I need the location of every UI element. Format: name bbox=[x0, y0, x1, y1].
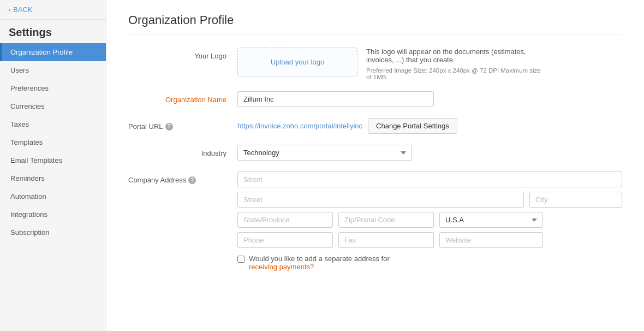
sidebar-item-taxes[interactable]: Taxes bbox=[0, 115, 106, 133]
industry-select[interactable]: Technology Finance Healthcare Education … bbox=[237, 145, 412, 161]
page-title: Organization Profile bbox=[128, 13, 622, 34]
address-row-2 bbox=[237, 192, 622, 208]
portal-url-content: https://invoice.zoho.com/portal/intellyi… bbox=[237, 118, 622, 134]
org-name-content bbox=[237, 91, 622, 107]
org-profile-form: Your Logo Upload your logo This logo wil… bbox=[128, 48, 622, 271]
industry-content: Technology Finance Healthcare Education … bbox=[237, 145, 622, 161]
portal-url-help-icon[interactable]: ? bbox=[165, 123, 173, 131]
back-label: BACK bbox=[13, 5, 32, 14]
portal-url-row: Portal URL ? https://invoice.zoho.com/po… bbox=[128, 118, 622, 134]
company-address-label: Company Address ? bbox=[128, 172, 237, 184]
logo-description: This logo will appear on the documents (… bbox=[366, 48, 541, 64]
address-row-3: U.S.A Canada United Kingdom Australia In… bbox=[237, 212, 622, 228]
website-input[interactable] bbox=[439, 232, 543, 248]
sidebar-item-users[interactable]: Users bbox=[0, 61, 106, 79]
sidebar-item-templates[interactable]: Templates bbox=[0, 133, 106, 151]
logo-content: Upload your logo This logo will appear o… bbox=[237, 48, 622, 80]
sidebar: ‹ BACK Settings Organization Profile Use… bbox=[0, 0, 106, 331]
portal-url-label: Portal URL ? bbox=[128, 118, 237, 131]
state-input[interactable] bbox=[237, 212, 333, 228]
sidebar-item-reminders[interactable]: Reminders bbox=[0, 169, 106, 187]
change-portal-settings-button[interactable]: Change Portal Settings bbox=[368, 118, 457, 134]
industry-row: Industry Technology Finance Healthcare E… bbox=[128, 145, 622, 161]
company-address-row: Company Address ? U.S.A Canada bbox=[128, 172, 622, 271]
sidebar-item-subscription[interactable]: Subscription bbox=[0, 223, 106, 241]
settings-title: Settings bbox=[0, 20, 106, 43]
separate-address-label: Would you like to add a separate address… bbox=[249, 255, 390, 271]
zip-input[interactable] bbox=[338, 212, 434, 228]
sidebar-item-currencies[interactable]: Currencies bbox=[0, 97, 106, 115]
main-content: Organization Profile Your Logo Upload yo… bbox=[106, 0, 644, 331]
receiving-payments-link[interactable]: receiving payments? bbox=[249, 263, 314, 271]
sidebar-item-preferences[interactable]: Preferences bbox=[0, 79, 106, 97]
logo-label: Your Logo bbox=[128, 48, 237, 60]
sidebar-item-automation[interactable]: Automation bbox=[0, 187, 106, 205]
company-address-content: U.S.A Canada United Kingdom Australia In… bbox=[237, 172, 622, 271]
portal-url-link[interactable]: https://invoice.zoho.com/portal/intellyi… bbox=[237, 122, 362, 130]
org-name-row: Organization Name bbox=[128, 91, 622, 107]
fax-input[interactable] bbox=[338, 232, 434, 248]
back-link[interactable]: ‹ BACK bbox=[0, 0, 106, 20]
logo-info: This logo will appear on the documents (… bbox=[366, 48, 541, 80]
logo-preferred-size: Preferred Image Size: 240px x 240px @ 72… bbox=[366, 67, 541, 80]
street1-input[interactable] bbox=[237, 172, 622, 187]
logo-upload-area[interactable]: Upload your logo bbox=[237, 48, 357, 76]
logo-row: Your Logo Upload your logo This logo wil… bbox=[128, 48, 622, 80]
country-select[interactable]: U.S.A Canada United Kingdom Australia In… bbox=[439, 212, 543, 228]
portal-url-input-row: https://invoice.zoho.com/portal/intellyi… bbox=[237, 118, 622, 134]
phone-input[interactable] bbox=[237, 232, 333, 248]
address-row-4 bbox=[237, 232, 622, 248]
company-address-help-icon[interactable]: ? bbox=[188, 176, 196, 184]
separate-address-checkbox[interactable] bbox=[237, 256, 245, 263]
sidebar-item-email-templates[interactable]: Email Templates bbox=[0, 151, 106, 169]
org-name-input[interactable] bbox=[237, 91, 434, 107]
city-input[interactable] bbox=[529, 192, 622, 208]
street2-input[interactable] bbox=[237, 192, 524, 208]
industry-label: Industry bbox=[128, 145, 237, 157]
sidebar-item-integrations[interactable]: Integrations bbox=[0, 205, 106, 223]
separate-address-row: Would you like to add a separate address… bbox=[237, 255, 622, 271]
back-arrow-icon: ‹ bbox=[9, 6, 11, 14]
upload-logo-button[interactable]: Upload your logo bbox=[271, 58, 324, 66]
org-name-label: Organization Name bbox=[128, 91, 237, 104]
sidebar-item-organization-profile[interactable]: Organization Profile bbox=[0, 43, 106, 61]
